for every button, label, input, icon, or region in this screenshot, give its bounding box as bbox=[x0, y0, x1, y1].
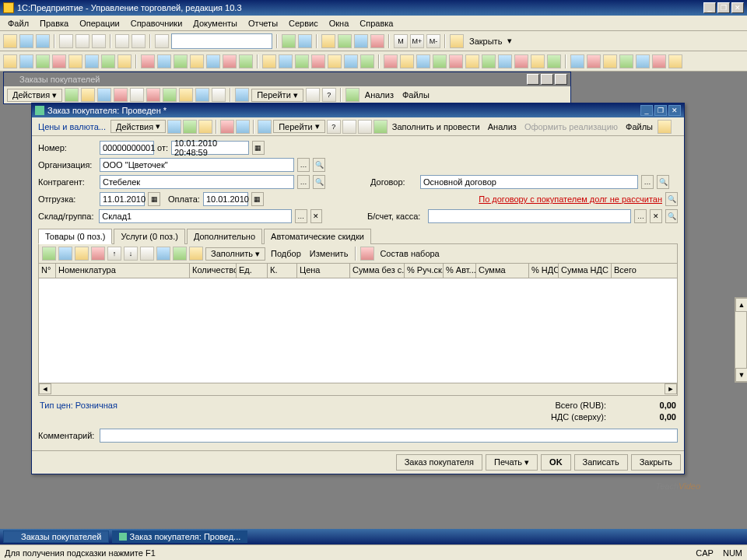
row-del-icon[interactable] bbox=[91, 247, 105, 261]
wh-select-icon[interactable]: … bbox=[295, 209, 307, 223]
row-down-icon[interactable]: ↓ bbox=[124, 247, 138, 261]
bg-b1-icon[interactable] bbox=[235, 88, 249, 102]
bg-ref-icon[interactable] bbox=[130, 88, 144, 102]
tb2-30-icon[interactable] bbox=[498, 54, 512, 68]
tb2-23-icon[interactable] bbox=[384, 54, 398, 68]
ship-date-icon[interactable]: ▦ bbox=[148, 192, 160, 206]
doc-help-icon[interactable]: ? bbox=[327, 120, 341, 134]
tb2-13-icon[interactable] bbox=[206, 54, 220, 68]
contract-search-icon[interactable]: 🔍 bbox=[657, 175, 669, 189]
tb2-3-icon[interactable] bbox=[36, 54, 50, 68]
bg-goto-button[interactable]: Перейти▾ bbox=[251, 89, 303, 102]
bg-refresh-icon[interactable] bbox=[306, 88, 320, 102]
tb-close-text[interactable]: Закрыть bbox=[466, 35, 505, 47]
tb2-32-icon[interactable] bbox=[531, 54, 545, 68]
tb-m1-icon[interactable]: M bbox=[394, 34, 408, 48]
tb2-12-icon[interactable] bbox=[190, 54, 204, 68]
col-nomen[interactable]: Номенклатура bbox=[56, 264, 190, 278]
col-unit[interactable]: Ед. bbox=[237, 264, 268, 278]
bg-x-icon[interactable] bbox=[146, 88, 160, 102]
menu-documents[interactable]: Документы bbox=[188, 17, 242, 30]
scroll-right-icon[interactable]: ► bbox=[665, 383, 677, 394]
menu-service[interactable]: Сервис bbox=[284, 17, 323, 30]
tb2-5-icon[interactable] bbox=[68, 54, 82, 68]
tb2-2-icon[interactable] bbox=[19, 54, 33, 68]
fld-bank[interactable] bbox=[428, 209, 631, 223]
bank-select-icon[interactable]: … bbox=[634, 209, 647, 223]
scroll-left-icon[interactable]: ◄ bbox=[39, 383, 51, 394]
doc-tree-icon[interactable] bbox=[358, 120, 372, 134]
tab-goods[interactable]: Товары (0 поз.) bbox=[38, 229, 112, 244]
bg-edit-icon[interactable] bbox=[97, 88, 111, 102]
tb-m3-icon[interactable]: M- bbox=[426, 34, 440, 48]
tb2-22-icon[interactable] bbox=[360, 54, 374, 68]
menu-reports[interactable]: Отчеты bbox=[244, 17, 282, 30]
fld-contr[interactable]: Стебелек bbox=[100, 175, 294, 189]
col-price[interactable]: Цена bbox=[297, 264, 350, 278]
org-select-icon[interactable]: … bbox=[297, 158, 310, 172]
tb-calc-icon[interactable] bbox=[282, 34, 296, 48]
tb2-10-icon[interactable] bbox=[157, 54, 171, 68]
fld-contract[interactable]: Основной договор bbox=[420, 175, 638, 189]
tb-a1-icon[interactable] bbox=[321, 34, 335, 48]
tab-autodiscounts[interactable]: Автоматические скидки bbox=[264, 229, 371, 244]
pay-date-icon[interactable]: ▦ bbox=[251, 192, 264, 206]
tb2-1-icon[interactable] bbox=[3, 54, 17, 68]
fld-number[interactable]: 00000000001 bbox=[100, 141, 154, 155]
doc-max-button[interactable]: ❐ bbox=[654, 105, 667, 116]
tb2-27-icon[interactable] bbox=[449, 54, 463, 68]
tb2-21-icon[interactable] bbox=[344, 54, 358, 68]
row-s3-icon[interactable] bbox=[189, 247, 203, 261]
select-button[interactable]: Подбор bbox=[268, 247, 304, 260]
col-sum[interactable]: Сумма bbox=[476, 264, 529, 278]
bank-search-icon[interactable]: 🔍 bbox=[665, 209, 678, 223]
task-orders-list[interactable]: Заказы покупателей bbox=[3, 530, 109, 543]
btn-print[interactable]: Печать ▾ bbox=[486, 454, 538, 471]
row-copy-icon[interactable] bbox=[58, 247, 72, 261]
tb-cut-icon[interactable] bbox=[59, 34, 73, 48]
tb2-40-icon[interactable] bbox=[668, 54, 682, 68]
restore-button[interactable]: ❐ bbox=[717, 2, 730, 13]
row-sort-icon[interactable] bbox=[140, 247, 154, 261]
row-up-icon[interactable]: ↑ bbox=[107, 247, 121, 261]
menu-catalogs[interactable]: Справочники bbox=[126, 17, 188, 30]
bgwin-close-button[interactable]: ✕ bbox=[555, 74, 567, 85]
tb2-4-icon[interactable] bbox=[52, 54, 66, 68]
debt-search-icon[interactable]: 🔍 bbox=[665, 192, 678, 206]
tb-m2-icon[interactable]: M+ bbox=[410, 34, 424, 48]
tb-search-field[interactable] bbox=[171, 33, 272, 49]
doc-nav-icon[interactable] bbox=[198, 120, 212, 134]
row-s2-icon[interactable] bbox=[173, 247, 187, 261]
doc-post-icon[interactable] bbox=[183, 120, 197, 134]
tab-services[interactable]: Услуги (0 поз.) bbox=[114, 229, 184, 244]
col-sum-no[interactable]: Сумма без с... bbox=[350, 264, 405, 278]
task-order-doc[interactable]: Заказ покупателя: Провед... bbox=[112, 530, 248, 543]
close-button[interactable]: ✕ bbox=[731, 2, 744, 13]
bank-clear-icon[interactable]: ✕ bbox=[650, 209, 662, 223]
tb2-34-icon[interactable] bbox=[570, 54, 584, 68]
fld-date[interactable]: 10.01.2010 20:48:59 bbox=[171, 141, 249, 155]
tb2-29-icon[interactable] bbox=[482, 54, 496, 68]
doc-close-button[interactable]: ✕ bbox=[668, 105, 681, 116]
tb2-6-icon[interactable] bbox=[85, 54, 99, 68]
tb-a2-icon[interactable] bbox=[338, 34, 352, 48]
contr-select-icon[interactable]: … bbox=[297, 175, 310, 189]
tb-calendar-icon[interactable] bbox=[298, 34, 312, 48]
tb2-7-icon[interactable] bbox=[101, 54, 115, 68]
tb2-20-icon[interactable] bbox=[328, 54, 342, 68]
btn-save[interactable]: Записать bbox=[574, 454, 628, 471]
doc-goto-button[interactable]: Перейти▾ bbox=[273, 120, 325, 133]
doc-actions-button[interactable]: Действия▾ bbox=[110, 120, 166, 133]
scroll-up-icon[interactable]: ▲ bbox=[735, 298, 747, 312]
doc-min-button[interactable]: _ bbox=[640, 105, 653, 116]
menu-file[interactable]: Файл bbox=[3, 17, 33, 30]
doc-d1-icon[interactable] bbox=[220, 120, 234, 134]
tb2-9-icon[interactable] bbox=[141, 54, 155, 68]
wh-clear-icon[interactable]: ✕ bbox=[310, 209, 323, 223]
date-picker-icon[interactable]: ▦ bbox=[252, 141, 265, 155]
fld-org[interactable]: ООО "Цветочек" bbox=[100, 158, 294, 172]
col-vat-pct[interactable]: % НДС bbox=[529, 264, 559, 278]
row-add-icon[interactable] bbox=[42, 247, 56, 261]
tb2-31-icon[interactable] bbox=[514, 54, 528, 68]
tb2-17-icon[interactable] bbox=[279, 54, 293, 68]
